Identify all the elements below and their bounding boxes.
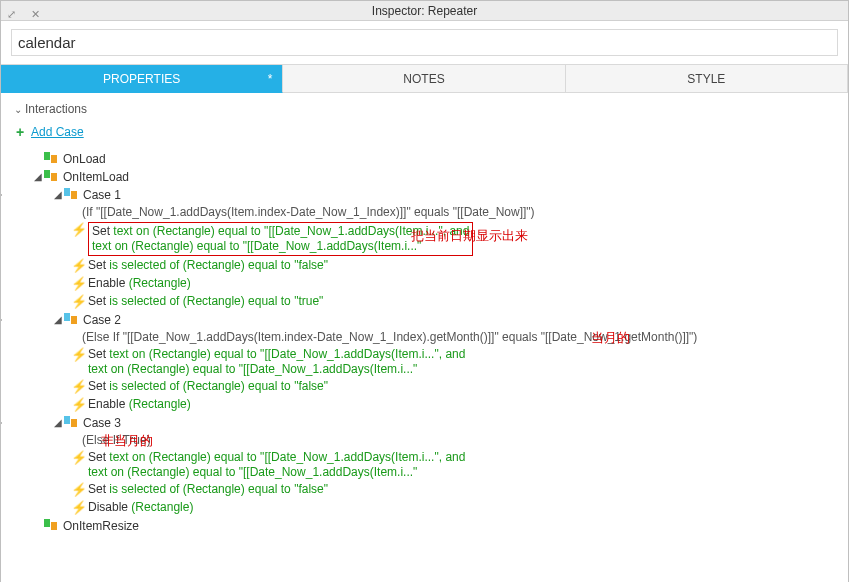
plus-icon: +: [13, 124, 27, 140]
add-case-link[interactable]: + Add Case: [11, 119, 838, 150]
case-2-action-3[interactable]: ⚡ Enable (Rectangle): [11, 396, 838, 414]
bolt-icon: ⚡: [71, 347, 85, 363]
bolt-icon: ⚡: [71, 379, 85, 395]
expand-icon[interactable]: ⤢: [7, 4, 16, 24]
bolt-icon: ⚡: [71, 450, 85, 466]
bolt-icon: ⚡: [71, 294, 85, 310]
tab-properties[interactable]: PROPERTIES *: [1, 65, 283, 93]
tab-properties-label: PROPERTIES: [103, 72, 180, 86]
case-1-action-4[interactable]: ⚡ Set is selected of (Rectangle) equal t…: [11, 293, 838, 311]
bolt-icon: ⚡: [71, 397, 85, 413]
bolt-icon: ⚡: [71, 276, 85, 292]
event-onitemresize[interactable]: ▶ OnItemResize: [11, 517, 838, 535]
annotation-3: 非当月的: [101, 432, 153, 450]
case-3[interactable]: ◢ Case 3: [11, 414, 838, 432]
bolt-icon: ⚡: [71, 222, 85, 238]
case-1-action-2[interactable]: ⚡ Set is selected of (Rectangle) equal t…: [11, 257, 838, 275]
bolt-icon: ⚡: [71, 482, 85, 498]
bolt-icon: ⚡: [71, 500, 85, 516]
case-2-action-2[interactable]: ⚡ Set is selected of (Rectangle) equal t…: [11, 378, 838, 396]
add-case-label[interactable]: Add Case: [31, 125, 84, 139]
case-icon: [64, 415, 80, 429]
case-1-action-3[interactable]: ⚡ Enable (Rectangle): [11, 275, 838, 293]
titlebar: ⤢ ✕ Inspector: Repeater: [1, 1, 848, 21]
annotation-2: 当月的: [591, 329, 630, 347]
case-icon: [64, 187, 80, 201]
window-title: Inspector: Repeater: [372, 4, 477, 18]
case-1[interactable]: ◢ Case 1: [11, 186, 838, 204]
annotation-1: 把当前日期显示出来: [411, 227, 528, 245]
case-3-action-1[interactable]: ⚡ Set text on (Rectangle) equal to "[[Da…: [11, 449, 838, 481]
case-3-cond[interactable]: (Else If True) 非当月的: [11, 432, 838, 449]
event-icon: [44, 518, 60, 532]
tab-dirty-marker: *: [268, 65, 273, 93]
case-3-action-2[interactable]: ⚡ Set is selected of (Rectangle) equal t…: [11, 481, 838, 499]
expand-arrow-icon[interactable]: ◢: [51, 312, 64, 328]
case-2-cond[interactable]: (Else If "[[Date_Now_1.addDays(Item.inde…: [11, 329, 838, 346]
case-icon: [64, 312, 80, 326]
widget-name-wrap: [1, 21, 848, 65]
tab-bar: PROPERTIES * NOTES STYLE: [1, 65, 848, 93]
tab-style[interactable]: STYLE: [566, 65, 848, 93]
event-onload[interactable]: ▶ OnLoad: [11, 150, 838, 168]
case-2[interactable]: ◢ Case 2: [11, 311, 838, 329]
case-1-action-1[interactable]: ⚡ Set text on (Rectangle) equal to "[[Da…: [11, 221, 838, 257]
case-2-action-1[interactable]: ⚡ Set text on (Rectangle) equal to "[[Da…: [11, 346, 838, 378]
case-3-action-3[interactable]: ⚡ Disable (Rectangle): [11, 499, 838, 517]
expand-arrow-icon[interactable]: ◢: [51, 415, 64, 431]
inspector-window: ⤢ ✕ Inspector: Repeater PROPERTIES * NOT…: [0, 0, 849, 582]
event-icon: [44, 151, 60, 165]
close-icon[interactable]: ✕: [31, 4, 40, 24]
expand-arrow-icon[interactable]: ◢: [51, 187, 64, 203]
widget-name-input[interactable]: [11, 29, 838, 56]
chevron-down-icon[interactable]: ⌄: [11, 104, 25, 115]
bolt-icon: ⚡: [71, 258, 85, 274]
tab-notes[interactable]: NOTES: [283, 65, 565, 93]
event-icon: [44, 169, 60, 183]
case-1-cond[interactable]: (If "[[Date_Now_1.addDays(Item.index-Dat…: [11, 204, 838, 221]
properties-panel[interactable]: ⌄ Interactions + Add Case ▶ OnLoad ◢ OnI…: [1, 93, 848, 584]
interactions-section[interactable]: ⌄ Interactions: [11, 99, 838, 119]
expand-arrow-icon[interactable]: ◢: [31, 169, 44, 185]
event-onitemload[interactable]: ◢ OnItemLoad: [11, 168, 838, 186]
interactions-label: Interactions: [25, 102, 87, 116]
